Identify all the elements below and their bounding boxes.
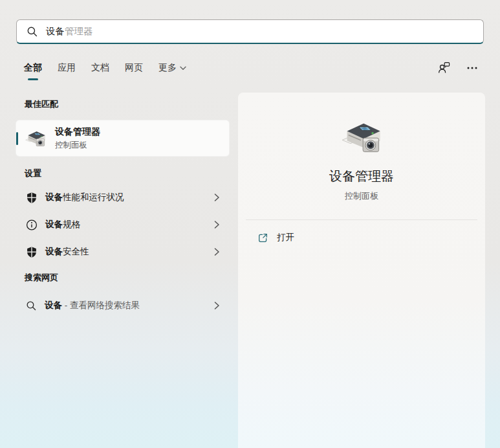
divider	[246, 219, 477, 220]
tab-more[interactable]: 更多	[158, 62, 186, 75]
tab-documents-label: 文档	[91, 62, 109, 74]
more-options-icon[interactable]	[464, 60, 480, 75]
search-icon	[26, 300, 37, 311]
result-device-specs[interactable]: 设备规格	[16, 211, 230, 238]
result-label: 设备规格	[45, 219, 204, 230]
open-action-label: 打开	[277, 232, 294, 243]
chevron-down-icon	[180, 66, 186, 71]
search-filter-tabs: 全部 应用 文档 网页 更多	[24, 60, 186, 77]
tab-all-label: 全部	[24, 62, 42, 74]
open-action[interactable]: 打开	[238, 226, 485, 249]
chevron-right-icon	[212, 219, 221, 230]
printer-camera-icon	[340, 118, 383, 155]
tab-more-label: 更多	[158, 62, 177, 74]
best-match-subtitle: 控制面板	[55, 140, 100, 151]
result-label: 设备性能和运行状况	[45, 192, 204, 203]
web-search-header: 搜索网页	[25, 272, 58, 284]
best-match-title: 设备管理器	[55, 126, 100, 138]
tab-apps-label: 应用	[58, 62, 76, 74]
rest-text: 规格	[63, 219, 80, 229]
settings-header: 设置	[25, 168, 41, 179]
open-external-icon	[257, 232, 268, 243]
topbar-icons	[436, 60, 480, 75]
matched-text: 设备	[45, 300, 62, 310]
chevron-right-icon	[212, 300, 221, 311]
result-label: 设备 - 查看网络搜索结果	[45, 300, 204, 311]
chevron-right-icon	[212, 192, 221, 203]
selection-accent-bar	[16, 132, 18, 145]
result-device-performance[interactable]: 设备性能和运行状况	[16, 184, 230, 211]
best-match-header: 最佳匹配	[25, 98, 58, 110]
printer-camera-icon	[25, 129, 47, 148]
selected-tab-underline	[28, 78, 38, 80]
matched-text: 设备	[45, 247, 63, 256]
security-shield-icon	[26, 246, 38, 258]
tab-all[interactable]: 全部	[24, 62, 42, 75]
tab-apps[interactable]: 应用	[58, 62, 76, 75]
tab-documents[interactable]: 文档	[91, 62, 109, 75]
search-query-text: 设备管理器	[46, 25, 93, 38]
result-device-security[interactable]: 设备安全性	[16, 238, 230, 265]
tab-web[interactable]: 网页	[125, 62, 143, 75]
info-icon	[26, 219, 38, 231]
search-input[interactable]: 设备管理器	[16, 19, 484, 44]
preview-subtitle: 控制面板	[345, 190, 378, 202]
matched-text: 设备	[45, 192, 63, 202]
result-label: 设备安全性	[45, 246, 204, 258]
user-feedback-icon[interactable]	[436, 60, 451, 75]
search-icon	[27, 26, 38, 38]
search-suggestion-text: 管理器	[65, 26, 93, 36]
rest-text: 安全性	[63, 247, 89, 256]
search-typed-text: 设备	[46, 26, 65, 36]
best-match-item[interactable]: 设备管理器 控制面板	[16, 120, 230, 157]
security-shield-icon	[26, 192, 38, 204]
rest-text: - 查看网络搜索结果	[62, 300, 140, 310]
tab-web-label: 网页	[125, 62, 143, 74]
preview-title: 设备管理器	[329, 168, 394, 185]
chevron-right-icon	[212, 246, 221, 258]
preview-panel: 设备管理器 控制面板 打开	[238, 93, 485, 448]
result-web-search[interactable]: 设备 - 查看网络搜索结果	[16, 292, 230, 319]
rest-text: 性能和运行状况	[63, 192, 124, 202]
matched-text: 设备	[45, 219, 63, 229]
